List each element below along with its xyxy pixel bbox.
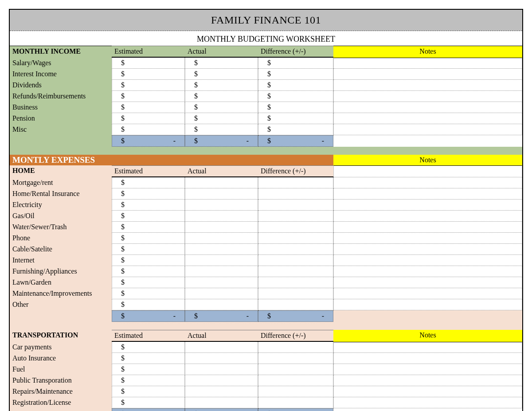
home-actual[interactable] xyxy=(185,299,258,310)
income-difference[interactable]: $ xyxy=(258,113,333,124)
home-estimated[interactable]: $ xyxy=(112,244,185,255)
home-actual[interactable] xyxy=(185,211,258,222)
income-notes[interactable] xyxy=(333,69,522,80)
home-notes[interactable] xyxy=(333,266,522,277)
home-notes[interactable] xyxy=(333,177,522,188)
income-difference[interactable]: $ xyxy=(258,58,333,69)
home-notes[interactable] xyxy=(333,211,522,222)
transport-notes[interactable] xyxy=(333,397,522,408)
home-difference[interactable] xyxy=(258,244,333,255)
transport-actual[interactable] xyxy=(185,386,258,397)
income-estimated[interactable]: $ xyxy=(112,124,185,135)
income-difference[interactable]: $ xyxy=(258,124,333,135)
income-actual[interactable]: $ xyxy=(185,102,258,113)
income-actual[interactable]: $ xyxy=(185,91,258,102)
transport-estimated[interactable]: $ xyxy=(112,375,185,386)
income-actual[interactable]: $ xyxy=(185,58,258,69)
home-actual[interactable] xyxy=(185,244,258,255)
income-notes[interactable] xyxy=(333,58,522,69)
home-difference[interactable] xyxy=(258,211,333,222)
transport-estimated[interactable]: $ xyxy=(112,353,185,364)
income-estimated[interactable]: $ xyxy=(112,80,185,91)
home-actual[interactable] xyxy=(185,255,258,266)
transport-difference[interactable] xyxy=(258,353,333,364)
home-estimated[interactable]: $ xyxy=(112,211,185,222)
income-estimated[interactable]: $ xyxy=(112,102,185,113)
home-difference[interactable] xyxy=(258,266,333,277)
transport-notes[interactable] xyxy=(333,375,522,386)
home-difference[interactable] xyxy=(258,177,333,188)
home-notes[interactable] xyxy=(333,277,522,288)
home-estimated[interactable]: $ xyxy=(112,177,185,188)
transport-actual[interactable] xyxy=(185,342,258,353)
home-actual[interactable] xyxy=(185,177,258,188)
home-notes[interactable] xyxy=(333,165,522,177)
home-notes[interactable] xyxy=(333,200,522,211)
transport-difference[interactable] xyxy=(258,397,333,408)
home-notes[interactable] xyxy=(333,188,522,200)
income-actual[interactable]: $ xyxy=(185,113,258,124)
home-actual[interactable] xyxy=(185,188,258,200)
income-notes[interactable] xyxy=(333,102,522,113)
transport-estimated[interactable]: $ xyxy=(112,342,185,353)
transport-actual[interactable] xyxy=(185,353,258,364)
income-estimated[interactable]: $ xyxy=(112,113,185,124)
home-estimated[interactable]: $ xyxy=(112,233,185,244)
home-difference[interactable] xyxy=(258,277,333,288)
home-actual[interactable] xyxy=(185,288,258,299)
transport-estimated[interactable]: $ xyxy=(112,386,185,397)
home-estimated[interactable]: $ xyxy=(112,277,185,288)
home-difference[interactable] xyxy=(258,255,333,266)
home-difference[interactable] xyxy=(258,299,333,310)
income-difference[interactable]: $ xyxy=(258,91,333,102)
home-notes[interactable] xyxy=(333,222,522,233)
home-actual[interactable] xyxy=(185,222,258,233)
income-estimated[interactable]: $ xyxy=(112,69,185,80)
home-estimated[interactable]: $ xyxy=(112,255,185,266)
home-notes[interactable] xyxy=(333,255,522,266)
income-difference[interactable]: $ xyxy=(258,80,333,91)
home-difference[interactable] xyxy=(258,233,333,244)
transport-estimated[interactable]: $ xyxy=(112,397,185,408)
income-estimated[interactable]: $ xyxy=(112,91,185,102)
home-notes[interactable] xyxy=(333,233,522,244)
income-notes[interactable] xyxy=(333,91,522,102)
income-difference[interactable]: $ xyxy=(258,102,333,113)
transport-difference[interactable] xyxy=(258,375,333,386)
income-difference[interactable]: $ xyxy=(258,69,333,80)
transport-actual[interactable] xyxy=(185,397,258,408)
transport-notes[interactable] xyxy=(333,353,522,364)
home-notes[interactable] xyxy=(333,244,522,255)
income-notes[interactable] xyxy=(333,113,522,124)
home-notes[interactable] xyxy=(333,288,522,299)
transport-difference[interactable] xyxy=(258,342,333,353)
transport-difference[interactable] xyxy=(258,364,333,375)
transport-notes[interactable] xyxy=(333,364,522,375)
transport-difference[interactable] xyxy=(258,386,333,397)
transport-actual[interactable] xyxy=(185,364,258,375)
home-estimated[interactable]: $ xyxy=(112,266,185,277)
income-notes[interactable] xyxy=(333,80,522,91)
transport-actual[interactable] xyxy=(185,375,258,386)
income-actual[interactable]: $ xyxy=(185,124,258,135)
home-estimated[interactable]: $ xyxy=(112,288,185,299)
home-difference[interactable] xyxy=(258,188,333,200)
income-estimated[interactable]: $ xyxy=(112,58,185,69)
transport-notes[interactable] xyxy=(333,342,522,353)
income-actual[interactable]: $ xyxy=(185,69,258,80)
home-estimated[interactable]: $ xyxy=(112,222,185,233)
income-notes[interactable] xyxy=(333,124,522,135)
income-actual[interactable]: $ xyxy=(185,80,258,91)
home-actual[interactable] xyxy=(185,277,258,288)
home-difference[interactable] xyxy=(258,222,333,233)
home-estimated[interactable]: $ xyxy=(112,299,185,310)
transport-notes[interactable] xyxy=(333,386,522,397)
home-actual[interactable] xyxy=(185,266,258,277)
home-actual[interactable] xyxy=(185,233,258,244)
transport-estimated[interactable]: $ xyxy=(112,364,185,375)
home-estimated[interactable]: $ xyxy=(112,200,185,211)
home-notes[interactable] xyxy=(333,299,522,310)
home-actual[interactable] xyxy=(185,200,258,211)
home-difference[interactable] xyxy=(258,288,333,299)
home-estimated[interactable]: $ xyxy=(112,188,185,200)
